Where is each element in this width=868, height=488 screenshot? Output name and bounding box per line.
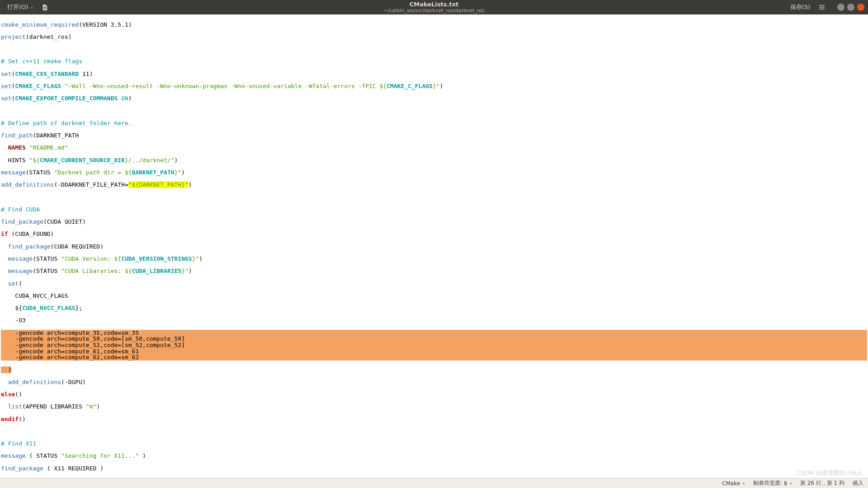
cursor-position: 第 26 行，第 1 列	[800, 479, 844, 487]
language-label: CMake	[722, 480, 740, 487]
tab-width-label: 制表符宽度:	[753, 479, 782, 487]
chevron-down-icon: ▾	[743, 481, 745, 486]
document-plus-icon	[42, 4, 48, 11]
hamburger-menu-button[interactable]	[816, 2, 827, 13]
open-button[interactable]: 打开(O) ▾	[4, 2, 37, 13]
code-editor[interactable]: cmake_minimum_required(VERSION 3.5.1) pr…	[0, 14, 868, 478]
titlebar: 打开(O) ▾ CMakeLists.txt ~/catkin_ws/src/d…	[0, 0, 868, 14]
chevron-down-icon: ▾	[31, 5, 33, 10]
tab-width-selector[interactable]: 制表符宽度: 8 ▾	[753, 479, 792, 487]
new-document-button[interactable]	[39, 2, 50, 13]
titlebar-right: 保存(S)	[787, 2, 864, 13]
chevron-down-icon: ▾	[790, 481, 792, 486]
tab-width-value: 8	[784, 480, 788, 487]
save-button[interactable]: 保存(S)	[787, 2, 814, 13]
language-selector[interactable]: CMake ▾	[722, 480, 745, 487]
insert-mode[interactable]: 插入	[853, 479, 863, 487]
title-area: CMakeLists.txt ~/catkin_ws/src/darknet_r…	[383, 1, 485, 14]
selection: -gencode arch=compute_35,code=sm_35 -gen…	[1, 330, 867, 361]
statusbar: CMake ▾ 制表符宽度: 8 ▾ 第 26 行，第 1 列 插入	[0, 478, 868, 488]
window-title: CMakeLists.txt	[383, 1, 485, 8]
window-minimize-button[interactable]	[837, 4, 844, 11]
window-subtitle: ~/catkin_ws/src/darknet_ros/darknet_ros	[383, 8, 485, 14]
titlebar-left: 打开(O) ▾	[4, 2, 50, 13]
hamburger-icon	[819, 4, 825, 10]
svg-rect-1	[44, 6, 45, 9]
window-close-button[interactable]	[857, 4, 864, 11]
window-maximize-button[interactable]	[847, 4, 854, 11]
open-label: 打开(O)	[7, 4, 28, 10]
